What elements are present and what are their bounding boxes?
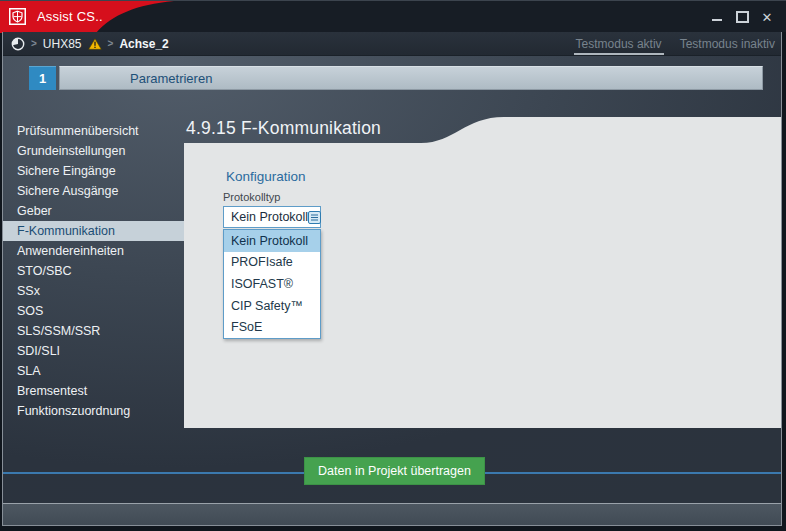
- sidebar-item-sls-ssm-ssr[interactable]: SLS/SSM/SSR: [3, 321, 184, 341]
- close-button[interactable]: ✕: [760, 10, 774, 24]
- breadcrumb: > UHX85 > Achse_2 Testmodus aktiv Testmo…: [3, 32, 781, 56]
- app-title: Assist CS..: [37, 9, 103, 24]
- sidebar-item-bremsentest[interactable]: Bremsentest: [3, 381, 184, 401]
- testmodus-inaktiv-tab[interactable]: Testmodus inaktiv: [678, 32, 777, 56]
- application-window: Assist CS.. ✕ > UHX85: [0, 0, 786, 531]
- option-isofast[interactable]: ISOFAST®: [224, 273, 320, 295]
- sidebar-item-sdi-sli[interactable]: SDI/SLI: [3, 341, 184, 361]
- sidebar-item-sto-sbc[interactable]: STO/SBC: [3, 261, 184, 281]
- option-profisafe[interactable]: PROFIsafe: [224, 252, 320, 274]
- breadcrumb-axis[interactable]: Achse_2: [119, 37, 168, 51]
- sidebar-item-sos[interactable]: SOS: [3, 301, 184, 321]
- sidebar-item-f-kommunikation[interactable]: F-Kommunikation: [3, 221, 184, 241]
- sidebar-item-funktionszuordnung[interactable]: Funktionszuordnung: [3, 401, 184, 421]
- sidebar-item-ssx[interactable]: SSx: [3, 281, 184, 301]
- sidebar-nav: Prüfsummenübersicht Grundeinstellungen S…: [3, 121, 184, 421]
- home-globe-icon[interactable]: [11, 37, 25, 51]
- window-controls: ✕: [710, 1, 774, 33]
- sidebar-item-pruefsummenuebersicht[interactable]: Prüfsummenübersicht: [3, 121, 184, 141]
- warning-icon: [88, 38, 102, 50]
- minimize-button[interactable]: [710, 10, 724, 24]
- transfer-to-project-button[interactable]: Daten in Projekt übertragen: [304, 457, 485, 485]
- status-bar: [3, 503, 781, 525]
- section-title: Konfiguration: [226, 169, 306, 184]
- option-fsoe[interactable]: FSoE: [224, 316, 320, 338]
- step-bar-parametrieren[interactable]: Parametrieren: [59, 66, 763, 90]
- main-frame: > UHX85 > Achse_2 Testmodus aktiv Testmo…: [2, 32, 782, 526]
- app-logo-shield-icon: [9, 8, 26, 25]
- protokolltyp-label: Protokolltyp: [223, 191, 280, 203]
- step-bar-label: Parametrieren: [130, 71, 212, 86]
- sidebar-item-grundeinstellungen[interactable]: Grundeinstellungen: [3, 141, 184, 161]
- page-title: 4.9.15 F-Kommunikation: [186, 118, 381, 139]
- combobox-value: Kein Protokoll: [224, 210, 308, 224]
- sidebar-item-anwendereinheiten[interactable]: Anwendereinheiten: [3, 241, 184, 261]
- protokolltyp-combobox[interactable]: Kein Protokoll: [223, 206, 321, 228]
- testmodus-aktiv-tab[interactable]: Testmodus aktiv: [574, 32, 664, 56]
- sidebar-item-sichere-eingaenge[interactable]: Sichere Eingänge: [3, 161, 184, 181]
- sidebar-item-sichere-ausgaenge[interactable]: Sichere Ausgänge: [3, 181, 184, 201]
- dropdown-list-icon[interactable]: [308, 211, 321, 224]
- testmodus-tabs: Testmodus aktiv Testmodus inaktiv: [574, 32, 777, 56]
- option-kein-protokoll[interactable]: Kein Protokoll: [224, 230, 320, 252]
- breadcrumb-separator: >: [108, 38, 114, 49]
- option-cip-safety[interactable]: CIP Safety™: [224, 295, 320, 317]
- breadcrumb-device[interactable]: UHX85: [43, 37, 82, 51]
- title-bar: Assist CS.. ✕: [0, 0, 786, 32]
- sidebar-item-sla[interactable]: SLA: [3, 361, 184, 381]
- step-number-badge: 1: [29, 66, 56, 90]
- sidebar-item-geber[interactable]: Geber: [3, 201, 184, 221]
- maximize-button[interactable]: [735, 10, 749, 24]
- protokolltyp-dropdown-list: Kein Protokoll PROFIsafe ISOFAST® CIP Sa…: [223, 229, 321, 339]
- breadcrumb-separator: >: [31, 38, 37, 49]
